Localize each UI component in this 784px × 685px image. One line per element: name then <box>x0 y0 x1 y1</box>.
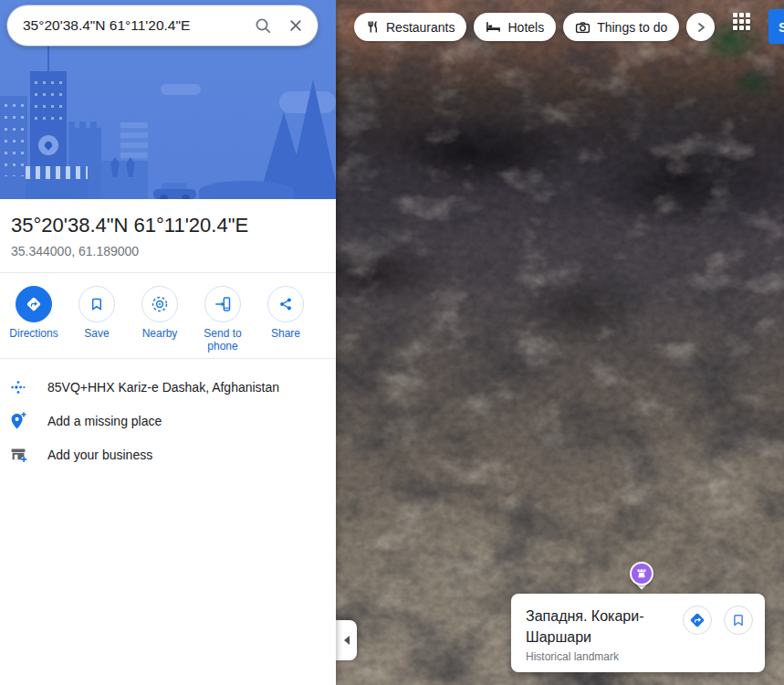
nearby-button[interactable]: Nearby <box>131 286 188 341</box>
place-title: 35°20'38.4"N 61°11'20.4"E <box>11 214 325 237</box>
hotels-chip-label: Hotels <box>507 20 544 35</box>
directions-label: Directions <box>9 328 57 341</box>
satellite-map[interactable]: Restaurants Hotels Things to do <box>336 0 784 685</box>
things-to-do-chip-label: Things to do <box>597 20 667 35</box>
clear-search-button[interactable] <box>279 9 312 42</box>
add-place-pin-icon <box>9 411 27 431</box>
illustration-car <box>153 181 196 199</box>
add-your-business-text: Add your business <box>47 448 152 462</box>
card-directions-button[interactable] <box>683 606 712 635</box>
google-apps-icon[interactable] <box>733 13 750 30</box>
place-coordinates: 35.344000, 61.189000 <box>11 244 325 258</box>
send-to-phone-label: Send to phone <box>194 328 251 353</box>
nearby-label: Nearby <box>142 328 178 341</box>
add-missing-place-text: Add a missing place <box>47 414 162 428</box>
place-card[interactable]: Западня. Кокари-Шаршари Historical landm… <box>511 594 765 672</box>
things-to-do-chip[interactable]: Things to do <box>563 13 679 41</box>
plus-code-text: 85VQ+HHX Kariz-e Dashak, Afghanistan <box>47 380 279 395</box>
collapse-sidebar-button[interactable] <box>336 620 357 660</box>
place-card-title: Западня. Кокари-Шаршари <box>526 606 674 648</box>
directions-icon <box>688 611 706 629</box>
restaurants-chip[interactable]: Restaurants <box>354 13 466 41</box>
google-maps-app: Restaurants Hotels Things to do <box>0 0 784 685</box>
card-save-button[interactable] <box>724 606 753 635</box>
more-categories-button[interactable] <box>686 13 715 41</box>
hotels-chip[interactable]: Hotels <box>474 13 556 41</box>
place-header: 35°20'38.4"N 61°11'20.4"E 35.344000, 61.… <box>0 199 336 272</box>
historic-tower-icon <box>636 568 647 579</box>
nearby-icon <box>141 286 178 322</box>
directions-icon <box>16 286 52 322</box>
restaurants-chip-label: Restaurants <box>386 20 455 35</box>
search-icon <box>254 16 272 35</box>
sign-in-button[interactable]: Sign in <box>768 9 784 44</box>
sidebar-panel: 35°20'38.4"N 61°11'20.4"E 35.344000, 61.… <box>0 0 336 685</box>
directions-button[interactable]: Directions <box>5 286 62 341</box>
send-to-phone-icon <box>204 286 241 322</box>
terrain-texture <box>336 0 784 685</box>
illustration-hill <box>199 181 294 199</box>
share-label: Share <box>271 328 300 341</box>
landmark-marker-circle <box>630 562 653 585</box>
bookmark-icon <box>730 612 747 628</box>
storefront-icon <box>9 445 27 465</box>
close-icon <box>287 17 304 34</box>
send-to-phone-button[interactable]: Send to phone <box>194 286 251 353</box>
share-icon <box>267 286 304 322</box>
save-button[interactable]: Save <box>68 286 125 341</box>
add-your-business-row[interactable]: Add your business <box>0 437 336 471</box>
search-bar <box>7 5 318 46</box>
save-label: Save <box>84 328 109 341</box>
category-chips: Restaurants Hotels Things to do <box>354 13 715 41</box>
action-buttons-row: Directions Save Nearby <box>0 273 336 358</box>
chevron-right-icon <box>695 21 707 34</box>
collapse-arrow-icon <box>344 636 350 645</box>
landmark-marker[interactable] <box>630 562 653 585</box>
search-input[interactable] <box>7 17 246 34</box>
place-card-buttons <box>683 606 753 635</box>
restaurants-icon <box>366 20 380 34</box>
hotels-icon <box>486 21 501 33</box>
save-bookmark-icon <box>78 286 115 322</box>
plus-code-row[interactable]: 85VQ+HHX Kariz-e Dashak, Afghanistan <box>0 370 336 404</box>
illustration-building <box>0 96 27 199</box>
plus-code-icon <box>9 377 27 397</box>
place-info-list: 85VQ+HHX Kariz-e Dashak, Afghanistan Add… <box>0 359 336 471</box>
add-missing-place-row[interactable]: Add a missing place <box>0 404 336 437</box>
share-button[interactable]: Share <box>257 286 314 341</box>
place-card-subtitle: Historical landmark <box>526 650 753 663</box>
camera-icon <box>575 21 591 34</box>
search-button[interactable] <box>246 9 279 42</box>
